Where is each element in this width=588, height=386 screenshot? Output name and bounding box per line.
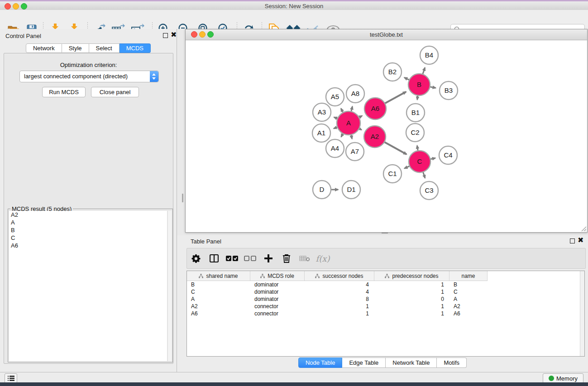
node-label-D1: D1 <box>347 186 355 193</box>
node-label-A6: A6 <box>371 105 379 112</box>
edge-A2-C[interactable] <box>384 142 406 154</box>
delete-icon[interactable] <box>277 254 296 263</box>
edge-C-C3[interactable] <box>423 172 425 178</box>
column-header-MCDS-role[interactable]: MCDS role <box>250 271 305 281</box>
edge-B-B2[interactable] <box>404 77 409 80</box>
function-builder-icon[interactable]: f(x) <box>314 254 332 263</box>
network-window-titlebar: testGlobe.txt <box>186 29 587 40</box>
network-canvas[interactable]: B4B2BB3B1A6A5A8A3AA1A4A7A2C2CC1C4C3DD1 <box>186 40 586 232</box>
desktop-scroll-nub-vertical[interactable] <box>182 194 183 202</box>
edge-B-B3[interactable] <box>430 87 436 88</box>
close-panel-button[interactable]: Close panel <box>91 87 139 97</box>
column-header-successor-nodes[interactable]: successor nodes <box>305 271 374 281</box>
edge-A-A1[interactable] <box>334 127 337 129</box>
table-scrollbar[interactable] <box>580 271 584 356</box>
table-row[interactable]: A6connector11A6 <box>187 310 488 317</box>
cell-successor-nodes[interactable]: 4 <box>305 288 374 295</box>
cell-shared-name[interactable]: A2 <box>187 303 250 310</box>
table-float-icon[interactable] <box>570 238 575 243</box>
cell-shared-name[interactable]: A <box>187 295 250 303</box>
cell-predecessor-nodes[interactable]: 0 <box>374 295 449 303</box>
deselect-all-icon[interactable] <box>241 256 259 262</box>
table-row[interactable]: Adominator80A <box>187 295 488 303</box>
dropdown-stepper-icon <box>150 71 158 82</box>
memory-button[interactable]: Memory <box>543 373 583 383</box>
cell-predecessor-nodes[interactable]: 1 <box>374 303 449 310</box>
table-close-icon[interactable]: ✖ <box>578 236 583 244</box>
edge-A6-B[interactable] <box>385 92 406 104</box>
network-window-title: testGlobe.txt <box>186 31 587 38</box>
node-label-D: D <box>320 186 325 193</box>
cell-name[interactable]: B <box>449 281 488 288</box>
edge-A-A4[interactable] <box>341 133 343 137</box>
close-panel-icon[interactable]: ✖ <box>171 31 177 39</box>
status-bar: Memory <box>0 372 588 383</box>
cell-successor-nodes[interactable]: 1 <box>305 310 374 317</box>
cell-predecessor-nodes[interactable]: 1 <box>374 288 449 295</box>
column-header-name[interactable]: name <box>449 271 488 281</box>
cell-shared-name[interactable]: B <box>187 281 250 288</box>
split-columns-icon[interactable] <box>205 254 223 262</box>
cell-successor-nodes[interactable]: 8 <box>305 295 374 303</box>
resize-grip-icon[interactable] <box>580 225 587 232</box>
cell-shared-name[interactable]: C <box>187 288 250 295</box>
cell-successor-nodes[interactable]: 1 <box>305 303 374 310</box>
cell-predecessor-nodes[interactable]: 1 <box>374 310 449 317</box>
run-mcds-button[interactable]: Run MCDS <box>42 87 86 97</box>
tab-select[interactable]: Select <box>89 43 120 53</box>
table-row[interactable]: Bdominator41B <box>187 281 488 288</box>
criterion-dropdown[interactable]: largest connected component (directed) <box>19 71 159 82</box>
tab-motifs[interactable]: Motifs <box>437 357 467 368</box>
cell-MCDS-role[interactable]: connector <box>250 303 305 310</box>
tab-mcds[interactable]: MCDS <box>120 43 151 53</box>
edge-C-C4[interactable] <box>430 158 435 159</box>
edge-A-A7[interactable] <box>351 134 352 138</box>
cell-MCDS-role[interactable]: dominator <box>250 295 305 303</box>
edge-B-B1[interactable] <box>417 95 418 100</box>
criterion-value: largest connected component (directed) <box>24 73 128 80</box>
result-item[interactable]: A <box>9 219 167 226</box>
result-item[interactable]: B <box>9 226 167 234</box>
mcds-result-list[interactable]: A2ABCA6 <box>9 211 167 361</box>
edge-A-A5[interactable] <box>341 109 343 113</box>
cell-shared-name[interactable]: A6 <box>187 310 250 317</box>
table-toolbar: f(x) <box>186 248 586 269</box>
cell-successor-nodes[interactable]: 4 <box>305 281 374 288</box>
tab-network-table[interactable]: Network Table <box>386 357 437 368</box>
tab-node-table[interactable]: Node Table <box>298 357 343 368</box>
column-header-shared-name[interactable]: shared name <box>187 271 250 281</box>
node-label-B4: B4 <box>425 51 433 59</box>
tab-style[interactable]: Style <box>62 43 89 53</box>
edge-B-B4[interactable] <box>423 67 425 74</box>
cell-name[interactable]: A2 <box>449 303 488 310</box>
edge-A-A3[interactable] <box>334 117 338 119</box>
cell-predecessor-nodes[interactable]: 1 <box>374 281 449 288</box>
result-item[interactable]: A6 <box>9 242 167 249</box>
select-all-icon[interactable] <box>223 256 241 262</box>
cell-name[interactable]: C <box>449 288 488 295</box>
node-label-C: C <box>417 157 422 165</box>
cell-MCDS-role[interactable]: dominator <box>250 288 305 295</box>
tab-network[interactable]: Network <box>26 43 62 53</box>
node-label-A8: A8 <box>351 90 359 97</box>
table-row[interactable]: Cdominator41C <box>187 288 488 295</box>
cell-MCDS-role[interactable]: connector <box>250 310 305 317</box>
add-column-icon[interactable] <box>259 254 277 262</box>
cell-MCDS-role[interactable]: dominator <box>250 281 305 288</box>
edge-C-C1[interactable] <box>404 166 410 168</box>
cell-name[interactable]: A6 <box>449 310 488 317</box>
gear-icon[interactable] <box>187 254 205 263</box>
column-header-predecessor-nodes[interactable]: predecessor nodes <box>374 271 449 281</box>
table-row[interactable]: A2connector11A2 <box>187 303 488 310</box>
edge-A-A8[interactable] <box>351 106 353 111</box>
result-item[interactable]: C <box>9 234 167 242</box>
result-item[interactable]: A2 <box>9 211 167 219</box>
task-history-button[interactable] <box>5 373 17 383</box>
cell-name[interactable]: A <box>449 295 488 303</box>
tab-edge-table[interactable]: Edge Table <box>342 357 386 368</box>
node-label-A1: A1 <box>317 129 325 137</box>
float-panel-icon[interactable] <box>163 33 168 38</box>
result-list-scrollbar[interactable] <box>167 211 172 361</box>
edge-C-C2[interactable] <box>417 146 418 151</box>
delete-table-icon[interactable] <box>296 255 314 262</box>
